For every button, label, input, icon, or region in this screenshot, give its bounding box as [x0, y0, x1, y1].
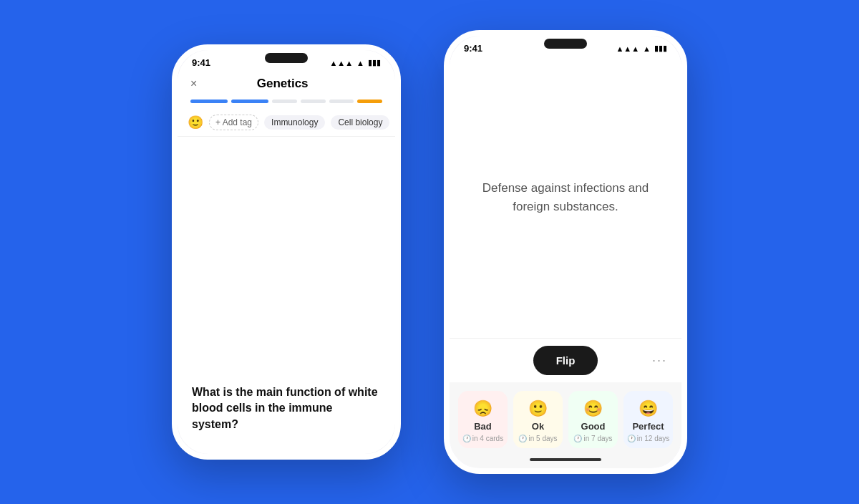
perfect-time: 🕐 in 12 days — [627, 435, 670, 442]
progress-seg-2 — [231, 100, 268, 103]
home-indicator-2 — [450, 454, 681, 468]
battery-icon: ▮▮▮ — [368, 58, 381, 67]
notch-inner — [265, 53, 308, 63]
rating-ok-button[interactable]: 🙂 Ok 🕐 in 5 days — [513, 391, 563, 448]
status-time-2: 9:41 — [464, 43, 482, 54]
wifi-icon: ▲ — [356, 59, 364, 67]
tag-immunology[interactable]: Immunology — [264, 115, 325, 130]
home-bar-2 — [530, 458, 601, 461]
deck-header: × Genetics — [178, 71, 395, 95]
status-icons-1: ▲▲▲ ▲ ▮▮▮ — [329, 58, 381, 67]
bad-time: 🕐 in 4 cards — [462, 435, 503, 442]
progress-seg-4 — [301, 100, 326, 103]
card-content-1: What is the main function of white blood… — [178, 137, 395, 454]
progress-bar — [178, 95, 395, 109]
emoji-icon[interactable]: 🙂 — [188, 115, 203, 130]
battery-icon-2: ▮▮▮ — [654, 44, 667, 53]
signal-icon: ▲▲▲ — [329, 59, 353, 67]
signal-icon-2: ▲▲▲ — [616, 44, 639, 53]
phone2-inner: 9:41 ▲▲▲ ▲ ▮▮▮ Defense against infection… — [450, 36, 681, 468]
flip-bar: Flip ··· — [450, 338, 681, 382]
good-emoji: 😊 — [583, 399, 603, 418]
phone1-inner: 9:41 ▲▲▲ ▲ ▮▮▮ × Genetics 🙂 + Add tag — [178, 50, 395, 454]
status-icons-2: ▲▲▲ ▲ ▮▮▮ — [616, 44, 667, 53]
ok-emoji: 🙂 — [528, 399, 548, 418]
progress-seg-5 — [329, 100, 354, 103]
progress-seg-1 — [190, 100, 228, 103]
progress-seg-6 — [357, 100, 382, 103]
deck-title: Genetics — [257, 77, 309, 91]
notch-2 — [530, 36, 601, 52]
close-button[interactable]: × — [190, 77, 197, 90]
bad-emoji: 😞 — [473, 399, 492, 418]
rating-good-button[interactable]: 😊 Good 🕐 in 7 days — [568, 391, 618, 448]
answer-text: Defense against infections and foreign s… — [464, 179, 667, 215]
tags-row: 🙂 + Add tag Immunology Cell biology Mo..… — [178, 109, 395, 137]
clock-icon-bad: 🕐 — [462, 435, 471, 442]
phone-1: 9:41 ▲▲▲ ▲ ▮▮▮ × Genetics 🙂 + Add tag — [172, 44, 401, 460]
perfect-emoji: 😄 — [639, 399, 658, 418]
bad-label: Bad — [474, 421, 492, 432]
good-time: 🕐 in 7 days — [573, 435, 612, 442]
clock-icon-perfect: 🕐 — [627, 435, 636, 442]
more-options-button[interactable]: ··· — [652, 353, 667, 368]
add-tag-button[interactable]: + Add tag — [209, 115, 258, 130]
notch-inner-2 — [544, 39, 587, 49]
rating-row: 😞 Bad 🕐 in 4 cards 🙂 Ok 🕐 in 5 days 😊 Go… — [450, 382, 681, 454]
status-time-1: 9:41 — [192, 57, 210, 68]
ok-time: 🕐 in 5 days — [518, 435, 557, 442]
progress-seg-3 — [272, 100, 297, 103]
clock-icon-ok: 🕐 — [518, 435, 527, 442]
rating-bad-button[interactable]: 😞 Bad 🕐 in 4 cards — [458, 391, 508, 448]
perfect-label: Perfect — [632, 421, 664, 432]
good-label: Good — [581, 421, 606, 432]
notch — [251, 50, 322, 66]
phone-2: 9:41 ▲▲▲ ▲ ▮▮▮ Defense against infection… — [444, 30, 687, 474]
tag-cell-biology[interactable]: Cell biology — [331, 115, 389, 130]
card-question: What is the main function of white blood… — [192, 384, 381, 432]
clock-icon-good: 🕐 — [573, 435, 582, 442]
rating-perfect-button[interactable]: 😄 Perfect 🕐 in 12 days — [623, 391, 673, 448]
flip-button[interactable]: Flip — [533, 346, 598, 375]
ok-label: Ok — [532, 421, 544, 432]
wifi-icon-2: ▲ — [643, 44, 651, 53]
answer-area: Defense against infections and foreign s… — [450, 57, 681, 338]
